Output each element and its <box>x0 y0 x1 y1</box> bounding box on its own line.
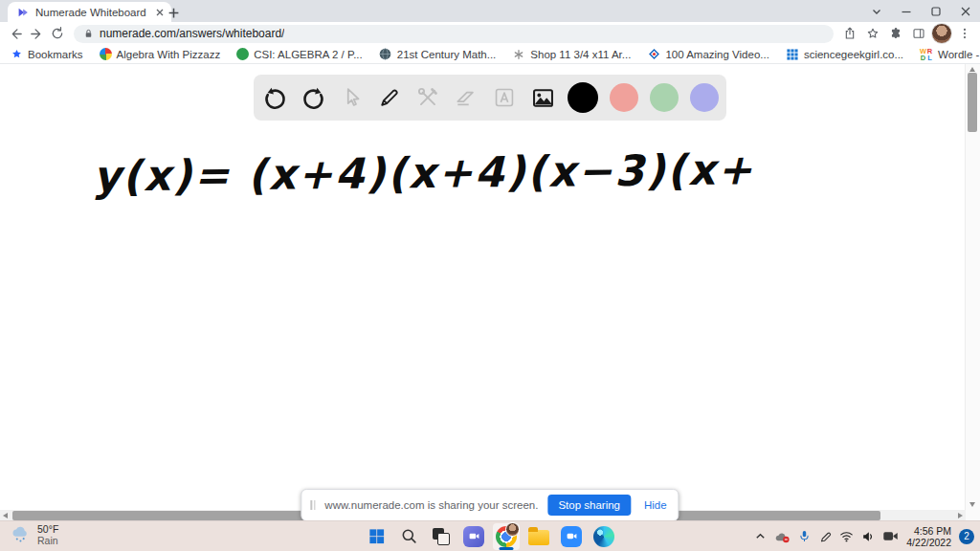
bookmark-21st-century[interactable]: 21st Century Math... <box>379 48 497 61</box>
shapes-tools-icon[interactable] <box>414 84 441 111</box>
reload-button[interactable] <box>47 23 68 44</box>
whiteboard-toolbar <box>254 75 726 121</box>
scroll-down-arrow-icon[interactable] <box>969 502 975 507</box>
extensions-puzzle-icon[interactable] <box>885 23 906 44</box>
bookmark-bookmarks[interactable]: Bookmarks <box>10 48 83 61</box>
tray-chevron-up-icon[interactable] <box>754 530 767 542</box>
eraser-icon[interactable] <box>453 84 479 111</box>
maximize-button[interactable] <box>921 0 950 22</box>
weather-widget[interactable]: 50°F Rain <box>9 523 58 546</box>
start-button-icon[interactable] <box>363 523 390 550</box>
tab-title: Numerade Whiteboard <box>35 7 148 18</box>
bookmark-star-icon[interactable] <box>862 23 883 44</box>
pen-icon[interactable] <box>376 84 403 111</box>
speaker-icon[interactable] <box>861 530 875 543</box>
color-green-swatch[interactable] <box>650 83 679 112</box>
whiteboard-canvas[interactable]: y(x)= (x+4)(x+4)(x−3)(x+ www.numerade.co… <box>0 64 980 521</box>
grid-icon <box>786 48 799 61</box>
bookmark-shop[interactable]: Shop 11 3/4 x11 Ar... <box>512 48 631 61</box>
bookmark-algebra-pizzazz[interactable]: Algebra With Pizzazz <box>100 48 221 60</box>
window-controls <box>861 0 980 22</box>
drag-handle-icon[interactable] <box>310 500 315 510</box>
wifi-icon[interactable] <box>839 530 854 542</box>
browser-menu-icon[interactable] <box>954 23 975 44</box>
color-purple-swatch[interactable] <box>690 83 719 112</box>
forward-button[interactable] <box>26 23 47 44</box>
pen-stylus-icon[interactable] <box>818 530 832 543</box>
scroll-left-arrow-icon[interactable] <box>3 513 8 518</box>
scroll-right-arrow-icon[interactable] <box>958 513 963 518</box>
bookmark-wordle[interactable]: W R D L Wordle - Create <box>920 48 980 61</box>
wordle-tiles-icon: W R D L <box>920 48 933 61</box>
screen-share-bar: www.numerade.com is sharing your screen.… <box>301 489 679 521</box>
stop-sharing-button[interactable]: Stop sharing <box>547 495 631 516</box>
bookmark-100-amazing[interactable]: 100 Amazing Video... <box>647 48 768 61</box>
toolbar-right <box>839 23 975 44</box>
teams-chat-icon[interactable] <box>460 523 487 550</box>
numerade-favicon <box>16 6 30 19</box>
system-tray: 4:56 PM 4/22/2022 2 <box>754 521 974 551</box>
edge-icon[interactable] <box>590 523 617 550</box>
file-explorer-icon[interactable] <box>525 523 552 550</box>
redo-icon[interactable] <box>300 84 326 111</box>
bookmark-csi-algebra[interactable]: CSI: ALGEBRA 2 / P... <box>236 48 363 60</box>
zoom-app-icon[interactable] <box>558 523 585 550</box>
diamond-icon <box>647 48 660 61</box>
task-view-icon[interactable] <box>428 523 455 550</box>
rain-cloud-icon <box>9 524 32 545</box>
globe-icon <box>379 48 392 61</box>
asterisk-icon <box>512 48 525 61</box>
pinwheel-icon <box>100 48 112 60</box>
windows-taskbar: 50°F Rain <box>0 520 980 551</box>
select-cursor-icon[interactable] <box>338 84 365 111</box>
vertical-scrollbar[interactable] <box>965 64 980 510</box>
bookmark-sciencegeekgirl[interactable]: sciencegeekgirl.co... <box>786 48 903 61</box>
tab-search-chevron-icon[interactable] <box>861 0 891 22</box>
notification-count-badge[interactable]: 2 <box>959 529 974 544</box>
address-bar[interactable]: numerade.com/answers/whiteboard/ <box>74 25 834 43</box>
microphone-icon[interactable] <box>798 529 811 543</box>
tab-strip: Numerade Whiteboard <box>0 0 980 22</box>
hide-button[interactable]: Hide <box>640 497 671 513</box>
back-button[interactable] <box>5 23 26 44</box>
star-icon <box>10 48 23 61</box>
bookmarks-bar: Bookmarks Algebra With Pizzazz CSI: ALGE… <box>0 45 980 64</box>
taskbar-clock[interactable]: 4:56 PM 4/22/2022 <box>906 525 951 548</box>
onedrive-alert-icon[interactable] <box>774 530 791 543</box>
image-tool-icon[interactable] <box>529 84 556 111</box>
color-black-swatch[interactable] <box>568 82 598 113</box>
side-panel-icon[interactable] <box>908 23 929 44</box>
weather-temp: 50°F <box>37 523 58 535</box>
browser-toolbar: numerade.com/answers/whiteboard/ <box>0 22 980 45</box>
text-tool-icon[interactable] <box>491 84 518 111</box>
close-button[interactable] <box>950 0 980 22</box>
weather-condition: Rain <box>37 535 58 546</box>
browser-window: Numerade Whiteboard <box>0 0 980 551</box>
camera-icon[interactable] <box>882 530 899 542</box>
scroll-up-arrow-icon[interactable] <box>969 67 975 72</box>
vertical-scroll-thumb[interactable] <box>968 73 977 132</box>
search-icon[interactable] <box>395 523 422 550</box>
color-red-swatch[interactable] <box>610 83 638 112</box>
share-message: www.numerade.com is sharing your screen. <box>324 499 538 511</box>
profile-avatar[interactable] <box>931 23 952 44</box>
browser-tab[interactable]: Numerade Whiteboard <box>8 2 171 22</box>
green-circle-icon <box>236 48 249 60</box>
undo-icon[interactable] <box>261 84 288 111</box>
handwritten-equation: y(x)= (x+4)(x+4)(x−3)(x+ <box>93 144 755 202</box>
taskbar-center <box>363 522 617 550</box>
chrome-taskbar-icon[interactable] <box>493 523 520 550</box>
new-tab-button[interactable] <box>165 4 182 21</box>
share-icon[interactable] <box>839 23 860 44</box>
clock-date: 4/22/2022 <box>906 537 951 548</box>
lock-icon[interactable] <box>83 28 94 39</box>
clock-time: 4:56 PM <box>906 525 951 537</box>
minimize-button[interactable] <box>891 0 921 22</box>
chrome-profile-avatar <box>505 522 520 537</box>
url-text[interactable]: numerade.com/answers/whiteboard/ <box>100 27 284 40</box>
